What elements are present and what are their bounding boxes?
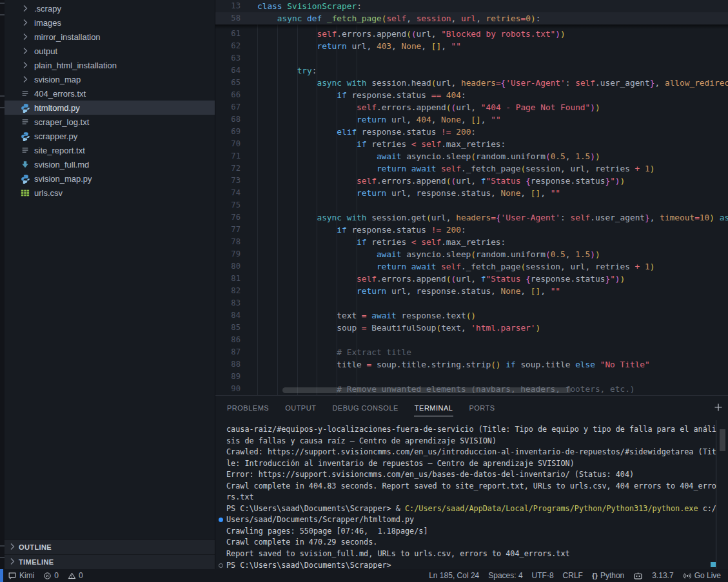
status-item-3-13-7[interactable]: 3.13.7	[647, 569, 678, 582]
status-item-robot[interactable]	[629, 569, 647, 582]
code-line: 82 return url, response.status, None, []…	[215, 285, 728, 297]
chevron-right-icon	[20, 74, 30, 84]
txt-file-icon	[20, 145, 30, 155]
sidebar-item-htmltomd-py[interactable]: htmltomd.py	[5, 101, 215, 115]
line-number: 70	[215, 138, 241, 150]
status-bar-right: Ln 185, Col 24Spaces: 4UTF-8CRLF{}Python…	[424, 569, 728, 582]
line-number: 77	[215, 224, 241, 236]
code-text: return await self._fetch_page(session, u…	[241, 162, 654, 175]
code-line[interactable]: 58 async def _fetch_page(self, session, …	[215, 12, 728, 24]
code-line: 81 self.errors.append((url, f"Status {re…	[215, 273, 728, 285]
activity-icon-fragment	[0, 545, 5, 558]
status-item-utf-8[interactable]: UTF-8	[527, 569, 558, 582]
sidebar-item-404-errors-txt[interactable]: 404_errors.txt	[5, 86, 215, 101]
code-text: return await self._fetch_page(session, u…	[241, 260, 654, 273]
sidebar-section-timeline[interactable]: TIMELINE	[5, 554, 215, 569]
sidebar-item-scrapper-py[interactable]: scrapper.py	[5, 129, 215, 143]
sidebar-item-urls-csv[interactable]: urls.csv	[5, 186, 215, 200]
code-text: async with session.head(url, headers={'U…	[241, 77, 728, 89]
panel-tab-output[interactable]: OUTPUT	[284, 400, 317, 416]
status-label: Spaces: 4	[488, 571, 522, 580]
sticky-scroll-shadow	[215, 24, 728, 29]
terminal-line: causa-raiz/#equipos-y-localizaciones-fue…	[215, 424, 728, 436]
file-name: plain_html_installation	[34, 61, 117, 70]
code-line: 75	[215, 199, 728, 211]
code-line: 73 self.errors.append((url, f"Status {re…	[215, 175, 728, 187]
status-item-ln-185-col-24[interactable]: Ln 185, Col 24	[424, 569, 484, 582]
file-name: svision_map	[34, 75, 81, 84]
code-line: 68 return url, 404, None, [], ""	[215, 113, 728, 126]
line-number: 74	[215, 187, 241, 199]
sidebar-section-outline[interactable]: OUTLINE	[5, 539, 215, 554]
line-number: 81	[215, 273, 241, 285]
sidebar-item-svision-map-py[interactable]: svision_map.py	[5, 171, 215, 186]
status-item-0[interactable]: 0	[39, 569, 63, 582]
warning-triangle-icon	[68, 572, 76, 580]
panel-tab-terminal[interactable]: TERMINAL	[414, 400, 454, 416]
panel-tab-problems[interactable]: PROBLEMS	[226, 400, 270, 416]
line-number: 71	[215, 150, 241, 162]
code-line: 89	[215, 371, 728, 383]
line-number: 68	[215, 113, 241, 126]
code-line: 86	[215, 334, 728, 346]
code-text: self.errors.append((url, "Blocked by rob…	[241, 28, 566, 40]
status-item-0[interactable]: 0	[63, 569, 88, 582]
file-name: mirror_installation	[34, 32, 101, 42]
terminal-output[interactable]: causa-raiz/#equipos-y-localizaciones-fue…	[215, 420, 728, 569]
file-name: images	[34, 18, 61, 28]
status-item-spaces-4[interactable]: Spaces: 4	[484, 569, 527, 582]
file-name: .scrapy	[34, 4, 61, 14]
code-line: 65 async with session.head(url, headers=…	[215, 77, 728, 89]
status-item-crlf[interactable]: CRLF	[558, 569, 587, 582]
line-number: 75	[215, 199, 241, 211]
terminal-line: Crawl complete in 404.83 seconds. Report…	[215, 481, 728, 492]
python-icon	[20, 173, 30, 184]
line-number: 58	[215, 12, 241, 24]
terminal-line: PS C:\Users\saad\Documents\Scrapper>	[215, 560, 728, 569]
line-number: 85	[215, 322, 241, 334]
line-number: 78	[215, 236, 241, 248]
code-line: 71 await asyncio.sleep(random.uniform(0.…	[215, 150, 728, 162]
status-item-kimi[interactable]: Kimi	[3, 569, 39, 582]
line-number: 83	[215, 297, 241, 309]
code-text: if retries < self.max_retries:	[241, 138, 506, 150]
code-line: 69 elif response.status != 200:	[215, 126, 728, 138]
explorer-sidebar: .scrapyimagesmirror_installationoutputpl…	[5, 0, 215, 569]
code-text: return url, response.status, None, [], "…	[241, 187, 560, 199]
sidebar-item-svision-full-md[interactable]: svision_full.md	[5, 157, 215, 171]
code-line: 61 self.errors.append((url, "Blocked by …	[215, 28, 728, 40]
terminal-line: Users/saad/Documents/Scrapper/htmltomd.p…	[215, 514, 728, 526]
new-terminal-button[interactable]	[713, 403, 724, 414]
sidebar-item-scrapy[interactable]: .scrapy	[5, 1, 215, 15]
sticky-scroll[interactable]: 13class SvisionScraper:58 async def _fet…	[215, 0, 728, 24]
sidebar-item-scraper-log-txt[interactable]: scraper_log.txt	[5, 115, 215, 129]
python-icon	[20, 131, 30, 141]
panel-tab-debug-console[interactable]: DEBUG CONSOLE	[331, 400, 398, 416]
code-line: 78 if retries < self.max_retries:	[215, 236, 728, 248]
line-number: 90	[215, 383, 241, 395]
sidebar-item-plain-html-installation[interactable]: plain_html_installation	[5, 58, 215, 72]
csv-table-icon	[20, 188, 30, 198]
editor-horizontal-scrollbar[interactable]	[282, 387, 571, 393]
panel-tab-ports[interactable]: PORTS	[468, 400, 495, 416]
sidebar-item-svision-map[interactable]: svision_map	[5, 72, 215, 86]
plus-icon	[713, 402, 723, 415]
code-line: 85 soup = BeautifulSoup(text, 'html.pars…	[215, 322, 728, 334]
line-number: 87	[215, 346, 241, 358]
code-editor[interactable]: 61 self.errors.append((url, "Blocked by …	[215, 0, 728, 395]
status-item-python[interactable]: {}Python	[587, 569, 629, 582]
terminal-line: Crawled: https://support.svisioncmms.com…	[215, 447, 728, 458]
command-decoration-blue-dot	[219, 518, 223, 522]
status-label: Kimi	[19, 571, 34, 580]
sidebar-item-output[interactable]: output	[5, 44, 215, 58]
code-line[interactable]: 13class SvisionScraper:	[215, 0, 728, 12]
file-name: urls.csv	[34, 188, 63, 198]
status-item-go-live[interactable]: Go Live	[678, 569, 725, 582]
sidebar-item-site-report-txt[interactable]: site_report.txt	[5, 143, 215, 157]
terminal-line: rs.txt	[215, 492, 728, 503]
sidebar-item-images[interactable]: images	[5, 15, 215, 30]
line-number: 13	[215, 0, 241, 12]
sidebar-item-mirror-installation[interactable]: mirror_installation	[5, 30, 215, 44]
code-line: 77 if response.status != 200:	[215, 224, 728, 236]
panel-tab-bar: PROBLEMSOUTPUTDEBUG CONSOLETERMINALPORTS	[215, 396, 728, 420]
